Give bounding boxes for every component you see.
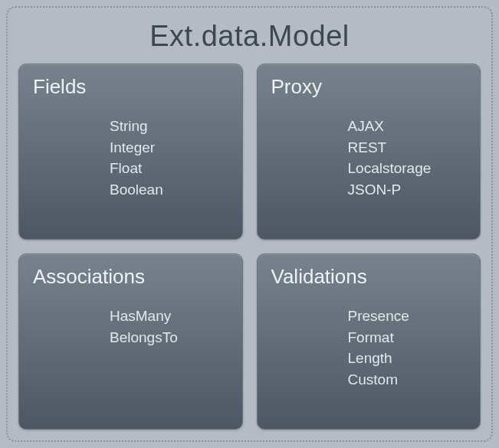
list-item: Localstorage [348,158,467,179]
card-associations: Associations HasMany BelongsTo [18,253,243,430]
list-item: Boolean [110,179,228,201]
card-proxy: Proxy AJAX REST Localstorage JSON-P [257,64,481,240]
list-item: HasMany [110,306,228,327]
card-items: AJAX REST Localstorage JSON-P [348,116,467,200]
list-item: BelongsTo [110,327,228,348]
model-diagram: Ext.data.Model Fields String Integer Flo… [6,6,493,442]
card-items: String Integer Float Boolean [110,116,228,200]
list-item: AJAX [348,116,467,137]
card-items: Presence Format Length Custom [348,306,467,390]
card-items: HasMany BelongsTo [110,306,228,348]
list-item: JSON-P [348,179,467,201]
list-item: Format [348,327,467,348]
list-item: Float [110,158,228,179]
list-item: Length [348,348,467,369]
card-title: Associations [33,265,228,289]
card-fields: Fields String Integer Float Boolean [18,64,243,240]
card-grid: Fields String Integer Float Boolean Prox… [18,64,481,430]
diagram-title: Ext.data.Model [18,20,481,53]
list-item: Integer [110,137,228,159]
list-item: String [110,116,228,137]
list-item: REST [348,137,467,159]
list-item: Presence [348,306,467,327]
card-validations: Validations Presence Format Length Custo… [257,253,481,430]
list-item: Custom [348,369,467,391]
card-title: Fields [33,75,228,99]
card-title: Validations [271,265,467,289]
card-title: Proxy [271,75,467,99]
